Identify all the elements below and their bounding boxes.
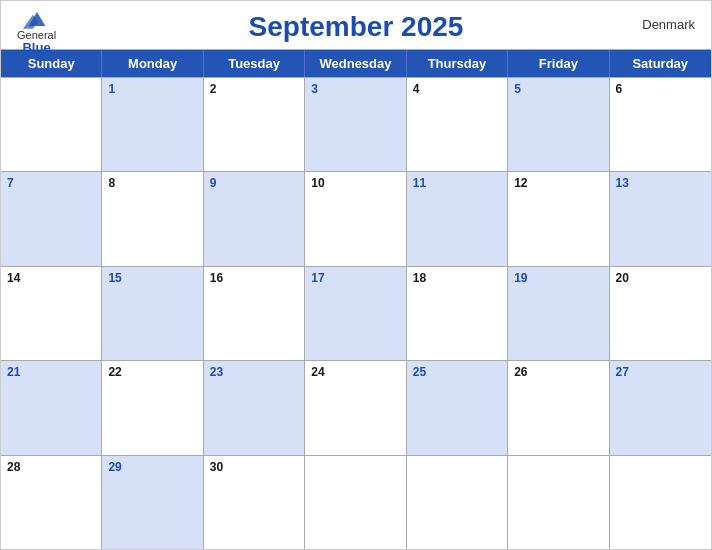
day-number: 9 [210,176,217,190]
day-number: 25 [413,365,426,379]
day-cell: 20 [610,267,711,360]
day-number: 14 [7,271,20,285]
week-row-1: 123456 [1,77,711,171]
day-headers: SundayMondayTuesdayWednesdayThursdayFrid… [1,50,711,77]
day-cell: 9 [204,172,305,265]
day-cell: 5 [508,78,609,171]
day-cell [508,456,609,549]
day-cell: 12 [508,172,609,265]
day-header-friday: Friday [508,50,609,77]
day-cell: 16 [204,267,305,360]
day-number: 18 [413,271,426,285]
logo-area: General Blue [17,9,56,55]
day-header-tuesday: Tuesday [204,50,305,77]
day-cell: 19 [508,267,609,360]
day-cell: 25 [407,361,508,454]
day-cell: 13 [610,172,711,265]
day-number: 29 [108,460,121,474]
day-cell: 1 [102,78,203,171]
day-number: 27 [616,365,629,379]
day-number: 17 [311,271,324,285]
day-cell: 18 [407,267,508,360]
day-number: 2 [210,82,217,96]
day-cell: 10 [305,172,406,265]
day-header-thursday: Thursday [407,50,508,77]
day-cell: 15 [102,267,203,360]
day-number: 8 [108,176,115,190]
day-cell: 7 [1,172,102,265]
day-number: 3 [311,82,318,96]
day-cell: 4 [407,78,508,171]
day-number: 21 [7,365,20,379]
day-number: 6 [616,82,623,96]
day-number: 28 [7,460,20,474]
day-number: 12 [514,176,527,190]
day-cell: 26 [508,361,609,454]
day-cell: 3 [305,78,406,171]
calendar-grid: SundayMondayTuesdayWednesdayThursdayFrid… [1,49,711,549]
logo-blue-text: Blue [22,41,50,55]
day-number: 5 [514,82,521,96]
day-cell [407,456,508,549]
week-row-5: 282930 [1,455,711,549]
day-cell: 23 [204,361,305,454]
day-number: 13 [616,176,629,190]
day-cell: 8 [102,172,203,265]
calendar-container: General Blue September 2025 Denmark Sund… [0,0,712,550]
day-number: 7 [7,176,14,190]
day-cell: 21 [1,361,102,454]
week-row-2: 78910111213 [1,171,711,265]
day-number: 26 [514,365,527,379]
day-cell: 14 [1,267,102,360]
day-number: 20 [616,271,629,285]
day-number: 19 [514,271,527,285]
calendar-header: General Blue September 2025 Denmark [1,1,711,49]
day-header-monday: Monday [102,50,203,77]
day-number: 23 [210,365,223,379]
day-cell [610,456,711,549]
day-cell: 6 [610,78,711,171]
day-cell: 11 [407,172,508,265]
day-number: 4 [413,82,420,96]
week-row-4: 21222324252627 [1,360,711,454]
day-cell: 28 [1,456,102,549]
day-number: 24 [311,365,324,379]
day-number: 11 [413,176,426,190]
day-cell: 24 [305,361,406,454]
day-cell: 30 [204,456,305,549]
day-cell: 17 [305,267,406,360]
day-cell [305,456,406,549]
month-title: September 2025 [21,11,691,43]
day-cell: 2 [204,78,305,171]
day-cell: 27 [610,361,711,454]
day-number: 16 [210,271,223,285]
logo-icon [23,9,51,29]
day-header-saturday: Saturday [610,50,711,77]
day-number: 1 [108,82,115,96]
week-row-3: 14151617181920 [1,266,711,360]
day-cell: 29 [102,456,203,549]
weeks-container: 1234567891011121314151617181920212223242… [1,77,711,549]
day-number: 30 [210,460,223,474]
day-cell [1,78,102,171]
day-number: 22 [108,365,121,379]
day-header-wednesday: Wednesday [305,50,406,77]
day-cell: 22 [102,361,203,454]
day-number: 10 [311,176,324,190]
country-label: Denmark [642,17,695,32]
day-number: 15 [108,271,121,285]
